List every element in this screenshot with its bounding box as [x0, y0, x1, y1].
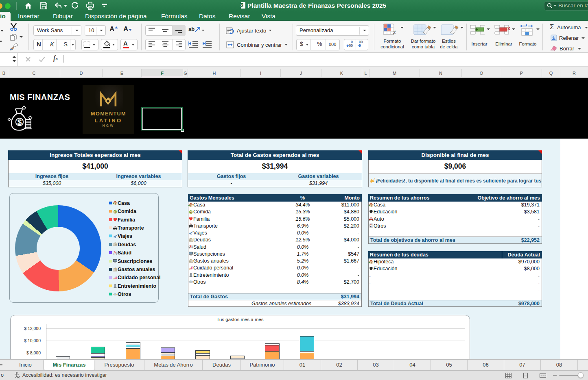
svg-text:≠: ≠ [393, 29, 396, 36]
svg-text:x: x [507, 26, 510, 31]
svg-text:$: $ [17, 118, 22, 126]
